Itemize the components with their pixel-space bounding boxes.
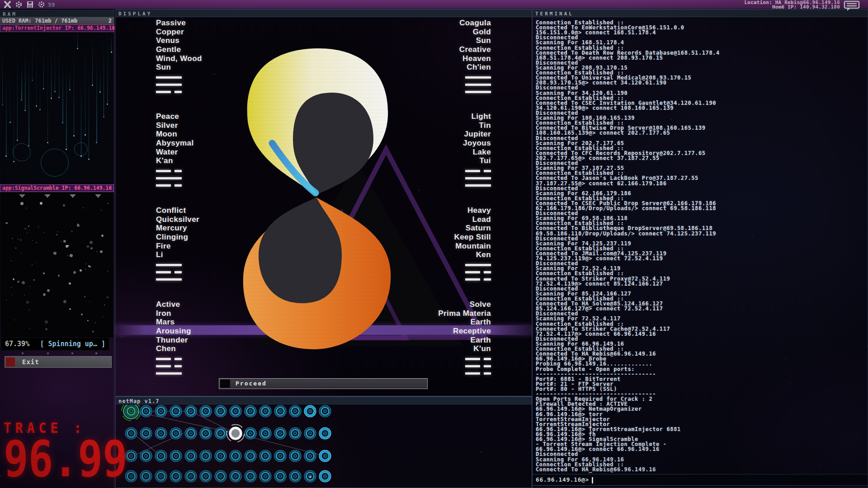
gear-icon[interactable] <box>38 1 45 8</box>
netmap-node[interactable] <box>230 470 241 482</box>
netmap-node[interactable] <box>185 427 197 439</box>
scramble-dot <box>18 239 19 239</box>
netmap-node[interactable] <box>215 450 226 462</box>
trigram-symbol <box>465 76 491 93</box>
netmap-node[interactable] <box>185 450 197 462</box>
decorative-dot <box>22 352 24 354</box>
netmap-node[interactable] <box>215 405 226 417</box>
scramble-square <box>36 242 37 243</box>
netmap-node[interactable] <box>245 405 256 417</box>
word-row: Coagula <box>459 19 491 28</box>
netmap-node[interactable] <box>319 405 331 417</box>
netmap-node[interactable] <box>245 450 256 462</box>
rain-dot <box>99 91 101 93</box>
scramble-dot <box>100 250 103 253</box>
netmap-node[interactable] <box>289 470 301 482</box>
decorative-dot <box>47 352 49 354</box>
netmap-node[interactable] <box>170 470 182 482</box>
netmap-node-bright[interactable] <box>319 450 331 462</box>
netmap-node-bright[interactable] <box>304 405 316 417</box>
netmap-node[interactable] <box>140 427 152 439</box>
netmap-node[interactable] <box>140 450 152 462</box>
netmap-node-bright[interactable] <box>319 427 331 439</box>
settings-gear-icon[interactable] <box>15 1 23 8</box>
netmap-node[interactable] <box>259 450 271 462</box>
netmap-node[interactable] <box>304 450 316 462</box>
scramble-dot <box>67 255 68 256</box>
scramble-square <box>15 273 16 274</box>
rain-streak <box>51 49 52 98</box>
netmap-node[interactable] <box>289 405 301 417</box>
rain-streak <box>43 47 44 88</box>
netmap-node[interactable] <box>140 405 152 417</box>
netmap-node[interactable] <box>274 405 286 417</box>
netmap-node[interactable] <box>200 470 212 482</box>
scramble-dot <box>104 305 105 305</box>
rain-dot <box>5 155 7 157</box>
netmap-node[interactable] <box>125 470 137 482</box>
trigram-bar-broken <box>465 170 491 172</box>
netmap-node[interactable] <box>215 427 226 439</box>
netmap-node[interactable] <box>259 427 271 439</box>
chat-icon[interactable] <box>844 0 860 11</box>
netmap-node[interactable] <box>185 405 197 417</box>
netmap-node[interactable] <box>230 450 241 462</box>
rain-dot <box>51 98 52 99</box>
netmap-node-home[interactable] <box>122 405 141 421</box>
netmap-node-star[interactable]: ★ <box>304 470 316 482</box>
trigram-bar-broken <box>465 365 491 367</box>
netmap-node[interactable] <box>304 427 316 439</box>
scramble-dot <box>96 251 97 252</box>
terminal-line: 85.124.166.127@> connect 72.52.4.117 <box>536 306 866 311</box>
scramble-dot <box>63 240 66 243</box>
netmap-node[interactable] <box>274 427 286 439</box>
app-signalscramble-bar[interactable]: app:SignalScramble IP: 66.96.149.16 <box>0 184 114 192</box>
netmap-node[interactable] <box>289 427 301 439</box>
save-icon[interactable] <box>26 1 34 8</box>
netmap-node[interactable] <box>245 470 256 482</box>
rain-streak <box>2 43 3 104</box>
netmap-node[interactable] <box>125 450 137 462</box>
netmap-node[interactable] <box>200 427 212 439</box>
netmap-node[interactable] <box>200 450 212 462</box>
scramble-dot <box>101 235 104 237</box>
trigram-bar-solid <box>465 177 491 179</box>
word-row: Tin <box>463 121 491 130</box>
netmap-node-selected[interactable] <box>227 425 245 442</box>
netmap-node[interactable] <box>259 470 271 482</box>
app-torrentinjector-bar[interactable]: app:TorrentInjector IP: 66.96.149.16 <box>0 24 114 32</box>
netmap-node[interactable] <box>185 470 197 482</box>
trigram-bar-solid <box>465 264 491 266</box>
rain-dot <box>107 103 108 105</box>
netmap-node-bright[interactable] <box>319 470 331 482</box>
scramble-dot <box>45 328 47 330</box>
netmap-node[interactable] <box>230 405 241 417</box>
netmap-node[interactable] <box>140 470 152 482</box>
netmap-node[interactable] <box>289 450 301 462</box>
netmap-node[interactable] <box>155 405 167 417</box>
netmap-node[interactable] <box>155 427 167 439</box>
scramble-dot <box>90 266 91 267</box>
netmap-node[interactable] <box>200 405 212 417</box>
netmap-node[interactable] <box>245 427 256 439</box>
netmap-node[interactable] <box>274 450 286 462</box>
scramble-dot <box>26 301 29 304</box>
scramble-dot <box>29 310 30 310</box>
exit-button[interactable]: Exit <box>5 356 112 368</box>
close-icon[interactable] <box>4 1 11 8</box>
netmap-node[interactable] <box>259 405 271 417</box>
netmap-node[interactable] <box>170 405 182 417</box>
rain-dot <box>58 97 60 98</box>
scramble-dot <box>77 224 78 225</box>
netmap-node[interactable] <box>155 450 167 462</box>
scramble-dot <box>6 222 8 224</box>
netmap-node[interactable] <box>155 470 167 482</box>
netmap-node[interactable] <box>170 450 182 462</box>
spinup-progress-bar: 67.39% [ Spinning up… ] <box>1 338 109 351</box>
netmap-node[interactable] <box>170 427 182 439</box>
terminal-prompt[interactable]: 66.96.149.16@> <box>533 474 868 486</box>
netmap-node[interactable] <box>215 470 226 482</box>
netmap-node[interactable] <box>274 470 286 482</box>
netmap-node[interactable] <box>125 427 137 439</box>
proceed-button[interactable]: Proceed <box>219 378 428 389</box>
